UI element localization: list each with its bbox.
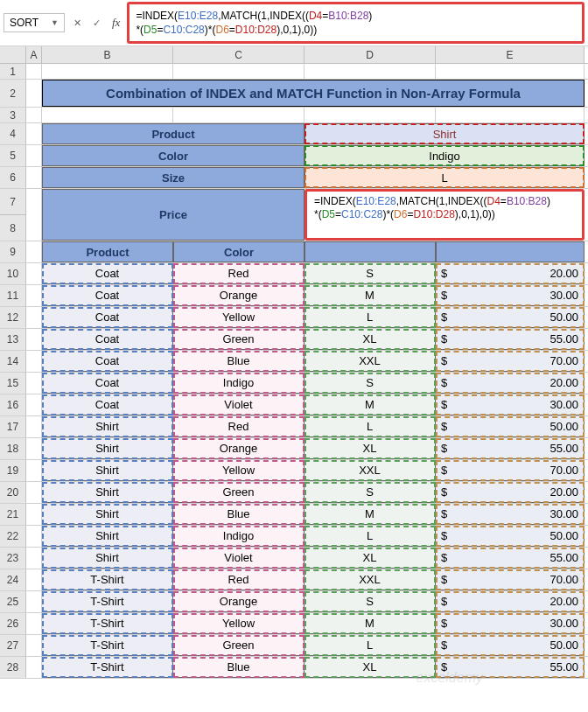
header-price[interactable] <box>436 241 584 262</box>
cell-color[interactable]: Violet <box>173 394 304 415</box>
chevron-down-icon[interactable]: ▼ <box>51 18 59 27</box>
cell-price[interactable]: $55.00 <box>436 438 584 459</box>
cell-price[interactable]: $70.00 <box>436 569 584 590</box>
row-header[interactable]: 12 <box>0 307 26 328</box>
row-header[interactable]: 26 <box>0 613 26 634</box>
row-header[interactable]: 9 <box>0 241 26 262</box>
cell-price[interactable]: $20.00 <box>436 263 584 284</box>
row-header[interactable]: 13 <box>0 329 26 350</box>
cell-size[interactable]: L <box>304 635 436 656</box>
cell[interactable] <box>26 64 42 79</box>
row-header[interactable]: 4 <box>0 123 26 144</box>
cell-price[interactable]: $50.00 <box>436 635 584 656</box>
cell-color[interactable]: Red <box>173 263 304 284</box>
cell[interactable] <box>42 64 173 79</box>
cell[interactable] <box>26 80 42 107</box>
cell-product[interactable]: Coat <box>42 351 173 372</box>
cell[interactable] <box>26 145 42 166</box>
enter-icon[interactable]: ✓ <box>88 14 105 31</box>
cell-product[interactable]: Shirt <box>42 460 173 481</box>
cell-price[interactable]: $30.00 <box>436 504 584 525</box>
col-header-C[interactable]: C <box>173 46 304 63</box>
cell-color[interactable]: Green <box>173 635 304 656</box>
cell[interactable] <box>26 504 42 525</box>
cell-product[interactable]: Shirt <box>42 416 173 437</box>
cell[interactable] <box>26 307 42 328</box>
cell-size[interactable]: XL <box>304 548 436 569</box>
cell-price[interactable]: $20.00 <box>436 482 584 503</box>
cell[interactable] <box>26 548 42 569</box>
row-header[interactable]: 27 <box>0 635 26 656</box>
cell-color[interactable]: Orange <box>173 591 304 612</box>
cell-product[interactable]: Coat <box>42 307 173 328</box>
cell-product[interactable]: Coat <box>42 263 173 284</box>
formula-bar[interactable]: =INDEX(E10:E28,MATCH(1,INDEX((D4=B10:B28… <box>132 7 579 38</box>
cell[interactable] <box>42 108 173 122</box>
row-header[interactable]: 8 <box>0 214 26 241</box>
cell-price[interactable]: $70.00 <box>436 460 584 481</box>
cell[interactable] <box>26 123 42 144</box>
cell[interactable] <box>26 657 42 678</box>
label-color[interactable]: Color <box>42 145 304 166</box>
header-product[interactable]: Product <box>42 241 173 262</box>
row-header[interactable]: 15 <box>0 373 26 394</box>
row-header[interactable]: 14 <box>0 351 26 372</box>
title-cell[interactable]: Combination of INDEX and MATCH Function … <box>42 80 584 107</box>
lookup-color[interactable]: Indigo <box>304 145 584 166</box>
cell-price[interactable]: $50.00 <box>436 416 584 437</box>
cell-size[interactable]: L <box>304 526 436 547</box>
header-size[interactable] <box>304 241 436 262</box>
cell-product[interactable]: Coat <box>42 373 173 394</box>
cell-size[interactable]: S <box>304 263 436 284</box>
cell[interactable] <box>26 613 42 634</box>
fx-icon[interactable]: fx <box>108 16 123 30</box>
cell[interactable] <box>26 438 42 459</box>
row-header[interactable]: 20 <box>0 482 26 503</box>
cell-price[interactable]: $30.00 <box>436 613 584 634</box>
cell-price[interactable]: $50.00 <box>436 526 584 547</box>
row-header[interactable]: 24 <box>0 569 26 590</box>
formula-cell-d7[interactable]: =INDEX(E10:E28,MATCH(1,INDEX((D4=B10:B28… <box>304 189 584 241</box>
cell-size[interactable]: L <box>304 416 436 437</box>
cell-product[interactable]: T-Shirt <box>42 657 173 678</box>
cell-price[interactable]: $55.00 <box>436 329 584 350</box>
lookup-product[interactable]: Shirt <box>304 123 584 144</box>
col-header-E[interactable]: E <box>436 46 584 63</box>
cell-price[interactable]: $55.00 <box>436 548 584 569</box>
cell-size[interactable]: M <box>304 504 436 525</box>
cell[interactable] <box>26 635 42 656</box>
cell-price[interactable]: $70.00 <box>436 351 584 372</box>
cell[interactable] <box>173 64 304 79</box>
cell-product[interactable]: Shirt <box>42 482 173 503</box>
lookup-size[interactable]: L <box>304 167 584 188</box>
row-header[interactable]: 6 <box>0 167 26 188</box>
cell-color[interactable]: Red <box>173 569 304 590</box>
row-header[interactable]: 18 <box>0 438 26 459</box>
cell-price[interactable]: $30.00 <box>436 285 584 306</box>
col-header-A[interactable]: A <box>26 46 42 63</box>
cell[interactable] <box>26 108 42 122</box>
cell-product[interactable]: T-Shirt <box>42 569 173 590</box>
cell[interactable] <box>26 416 42 437</box>
label-price[interactable]: Price <box>42 189 304 241</box>
cell[interactable] <box>436 64 584 79</box>
cell-color[interactable]: Red <box>173 416 304 437</box>
cell-price[interactable]: $20.00 <box>436 591 584 612</box>
cell-product[interactable]: Shirt <box>42 438 173 459</box>
row-header[interactable]: 21 <box>0 504 26 525</box>
row-header[interactable]: 1 <box>0 64 26 79</box>
cell-product[interactable]: Shirt <box>42 548 173 569</box>
cell[interactable] <box>304 64 436 79</box>
cell[interactable] <box>26 263 42 284</box>
cell-size[interactable]: XXL <box>304 460 436 481</box>
cell-product[interactable]: T-Shirt <box>42 613 173 634</box>
cell-size[interactable]: M <box>304 613 436 634</box>
cell-size[interactable]: S <box>304 482 436 503</box>
cell-size[interactable]: XXL <box>304 569 436 590</box>
cell-product[interactable]: Coat <box>42 285 173 306</box>
cell[interactable] <box>26 167 42 188</box>
cell[interactable] <box>26 285 42 306</box>
cell[interactable] <box>26 569 42 590</box>
cell-product[interactable]: Coat <box>42 394 173 415</box>
cell-size[interactable]: S <box>304 591 436 612</box>
